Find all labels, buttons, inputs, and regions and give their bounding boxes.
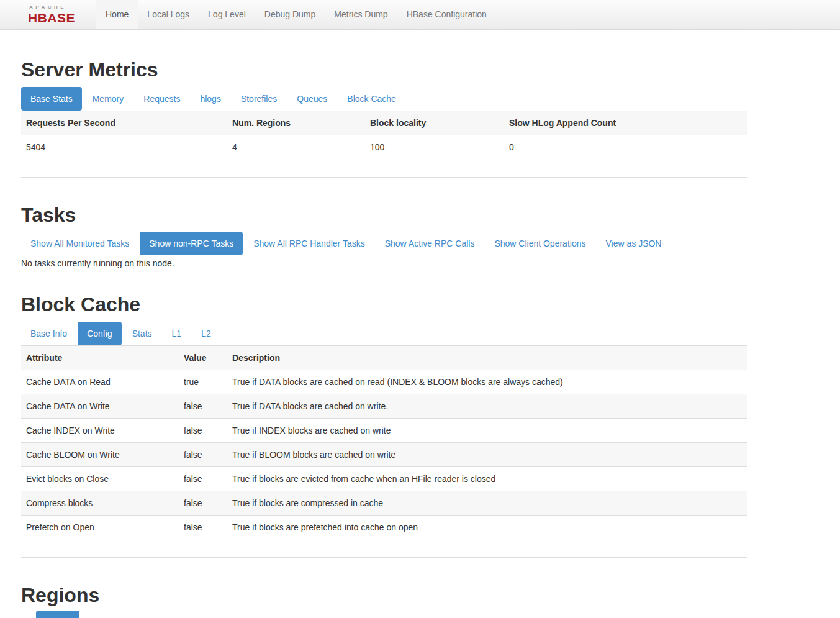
logo-apache-text: APACHE: [28, 5, 85, 10]
tab-stats[interactable]: Stats: [123, 322, 161, 345]
table-row: Cache BLOOM on Write false True if BLOOM…: [21, 443, 747, 467]
tab-config-link[interactable]: Config: [78, 322, 121, 345]
description-cell: True if blocks are evicted from cache wh…: [227, 467, 747, 491]
tab-memory[interactable]: Memory: [83, 87, 133, 111]
block-cache-tab-content: Attribute Value Description Cache DATA o…: [21, 345, 747, 558]
show-non-rpc-tasks-link[interactable]: Show non-RPC Tasks: [140, 232, 243, 255]
tab-queues[interactable]: Queues: [287, 87, 336, 111]
nav-item-local-logs[interactable]: Local Logs: [138, 0, 199, 29]
logo-hbase-text: HBASE: [28, 11, 85, 24]
top-navbar: APACHE HBASE Home Local Logs Log Level D…: [0, 0, 840, 30]
nav-link-hbase-configuration[interactable]: HBase Configuration: [397, 0, 496, 29]
nav-link-debug-dump[interactable]: Debug Dump: [255, 0, 325, 29]
regions-tabs: Base Info: [36, 611, 747, 618]
view-as-json-button[interactable]: View as JSON: [596, 232, 671, 255]
nav-link-home[interactable]: Home: [96, 0, 138, 29]
nav-item-home[interactable]: Home: [96, 0, 138, 29]
tab-l2[interactable]: L2: [192, 322, 220, 345]
value-cell: true: [179, 370, 227, 394]
table-header-row: Attribute Value Description: [21, 346, 747, 370]
table-row: Compress blocks false True if blocks are…: [21, 491, 747, 516]
attribute-cell: Evict blocks on Close: [21, 467, 179, 491]
table-row: Prefetch on Open false True if blocks ar…: [21, 516, 747, 540]
server-metrics-table: Requests Per Second Num. Regions Block l…: [21, 111, 747, 159]
tab-base-info-link[interactable]: Base Info: [21, 322, 76, 345]
tab-stats-link[interactable]: Stats: [123, 322, 161, 345]
attribute-cell: Cache INDEX on Write: [21, 419, 179, 443]
tab-base-stats-link[interactable]: Base Stats: [21, 87, 82, 111]
server-metrics-tabs: Base Stats Memory Requests hlogs Storefi…: [21, 87, 747, 111]
tab-memory-link[interactable]: Memory: [83, 87, 133, 111]
description-cell: True if DATA blocks are cached on read (…: [227, 370, 747, 394]
show-all-rpc-handler-tasks-button[interactable]: Show All RPC Handler Tasks: [244, 232, 374, 255]
tab-l2-link[interactable]: L2: [192, 322, 220, 345]
tab-regions-base-info[interactable]: Base Info: [36, 611, 79, 618]
table-row: Cache DATA on Write false True if DATA b…: [21, 394, 747, 419]
table-row: Cache DATA on Read true True if DATA blo…: [21, 370, 747, 394]
nav-item-log-level[interactable]: Log Level: [199, 0, 255, 29]
value-cell: false: [179, 419, 227, 443]
column-header: Requests Per Second: [21, 111, 227, 135]
nav-link-metrics-dump[interactable]: Metrics Dump: [325, 0, 397, 29]
view-as-json-link[interactable]: View as JSON: [596, 232, 671, 255]
tab-queues-link[interactable]: Queues: [287, 87, 336, 111]
tab-storefiles[interactable]: Storefiles: [232, 87, 286, 111]
num-regions-value: 4: [227, 135, 365, 160]
tab-block-cache-link[interactable]: Block Cache: [338, 87, 405, 111]
tab-hlogs[interactable]: hlogs: [191, 87, 230, 111]
show-client-operations-link[interactable]: Show Client Operations: [485, 232, 595, 255]
show-client-operations-button[interactable]: Show Client Operations: [485, 232, 595, 255]
show-all-monitored-tasks-link[interactable]: Show All Monitored Tasks: [21, 232, 138, 255]
attribute-cell: Compress blocks: [21, 491, 179, 516]
tab-l1-link[interactable]: L1: [163, 322, 191, 345]
table-row: 5404 4 100 0: [21, 135, 747, 160]
attribute-cell: Prefetch on Open: [21, 516, 179, 540]
main-content: Server Metrics Base Stats Memory Request…: [21, 59, 747, 618]
value-cell: false: [179, 491, 227, 516]
nav-item-hbase-configuration[interactable]: HBase Configuration: [397, 0, 496, 29]
table-row: Cache INDEX on Write false True if INDEX…: [21, 419, 747, 443]
tasks-empty-message: No tasks currently running on this node.: [21, 257, 747, 270]
regions-title: Regions: [21, 584, 747, 606]
column-header: Block locality: [365, 111, 504, 135]
attribute-cell: Cache DATA on Read: [21, 370, 179, 394]
value-cell: false: [179, 394, 227, 419]
show-all-rpc-handler-tasks-link[interactable]: Show All RPC Handler Tasks: [244, 232, 374, 255]
tab-base-stats[interactable]: Base Stats: [21, 87, 82, 111]
tab-requests-link[interactable]: Requests: [134, 87, 189, 111]
column-header: Slow HLog Append Count: [504, 111, 747, 135]
slow-hlog-append-count-value: 0: [504, 135, 747, 160]
value-cell: false: [179, 443, 227, 467]
show-all-monitored-tasks-button[interactable]: Show All Monitored Tasks: [21, 232, 138, 255]
hbase-logo[interactable]: APACHE HBASE: [28, 0, 85, 29]
tab-config[interactable]: Config: [78, 322, 121, 345]
column-header: Description: [227, 346, 747, 370]
server-metrics-title: Server Metrics: [21, 59, 747, 80]
block-locality-value: 100: [365, 135, 504, 160]
nav-link-local-logs[interactable]: Local Logs: [138, 0, 199, 29]
tab-requests[interactable]: Requests: [134, 87, 189, 111]
description-cell: True if BLOOM blocks are cached on write: [227, 443, 747, 467]
tab-block-cache[interactable]: Block Cache: [338, 87, 405, 111]
show-non-rpc-tasks-button[interactable]: Show non-RPC Tasks: [140, 232, 243, 255]
tab-storefiles-link[interactable]: Storefiles: [232, 87, 286, 111]
tab-hlogs-link[interactable]: hlogs: [191, 87, 230, 111]
table-header-row: Requests Per Second Num. Regions Block l…: [21, 111, 747, 135]
tab-regions-base-info-link[interactable]: Base Info: [36, 611, 79, 618]
tab-l1[interactable]: L1: [163, 322, 191, 345]
block-cache-title: Block Cache: [21, 294, 747, 315]
requests-per-second-value: 5404: [21, 135, 227, 160]
show-active-rpc-calls-link[interactable]: Show Active RPC Calls: [376, 232, 484, 255]
nav-item-debug-dump[interactable]: Debug Dump: [255, 0, 325, 29]
block-cache-tabs: Base Info Config Stats L1 L2: [21, 322, 747, 345]
server-metrics-tab-content: Requests Per Second Num. Regions Block l…: [21, 111, 747, 178]
nav-link-log-level[interactable]: Log Level: [199, 0, 255, 29]
tab-base-info[interactable]: Base Info: [21, 322, 76, 345]
show-active-rpc-calls-button[interactable]: Show Active RPC Calls: [376, 232, 484, 255]
navbar-menu: Home Local Logs Log Level Debug Dump Met…: [96, 0, 496, 29]
column-header: Value: [179, 346, 227, 370]
nav-item-metrics-dump[interactable]: Metrics Dump: [325, 0, 397, 29]
tasks-buttons: Show All Monitored Tasks Show non-RPC Ta…: [21, 232, 747, 255]
tasks-title: Tasks: [21, 204, 747, 225]
description-cell: True if blocks are prefetched into cache…: [227, 516, 747, 540]
